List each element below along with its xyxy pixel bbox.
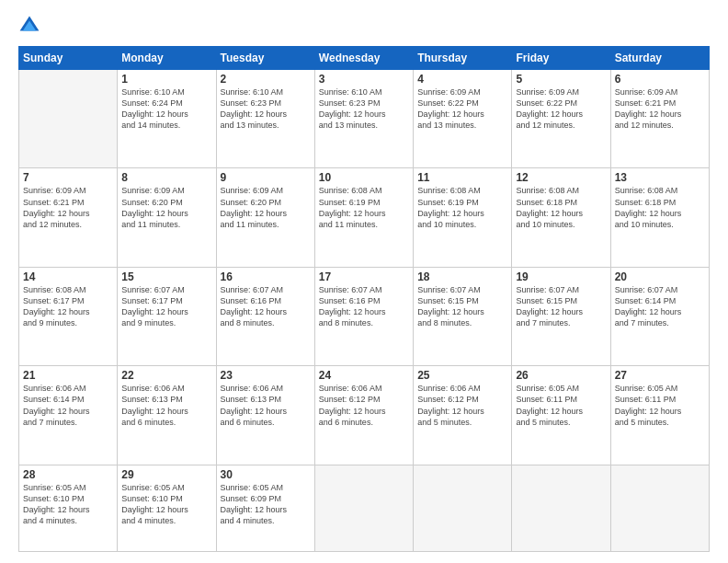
day-number: 19 — [516, 270, 606, 283]
calendar-body: 1Sunrise: 6:10 AM Sunset: 6:24 PM Daylig… — [19, 70, 710, 552]
calendar-cell: 28Sunrise: 6:05 AM Sunset: 6:10 PM Dayli… — [19, 465, 118, 551]
day-number: 3 — [319, 73, 409, 86]
calendar-cell: 8Sunrise: 6:09 AM Sunset: 6:20 PM Daylig… — [118, 168, 216, 267]
calendar-cell: 30Sunrise: 6:05 AM Sunset: 6:09 PM Dayli… — [216, 465, 314, 551]
calendar-day-header: Wednesday — [314, 47, 413, 70]
day-info: Sunrise: 6:06 AM Sunset: 6:12 PM Dayligh… — [319, 383, 409, 428]
calendar-day-header: Friday — [512, 47, 610, 70]
logo — [18, 15, 44, 37]
day-info: Sunrise: 6:07 AM Sunset: 6:15 PM Dayligh… — [417, 284, 507, 329]
day-number: 6 — [615, 73, 705, 86]
day-info: Sunrise: 6:05 AM Sunset: 6:10 PM Dayligh… — [121, 482, 211, 527]
calendar: SundayMondayTuesdayWednesdayThursdayFrid… — [18, 46, 710, 552]
calendar-day-header: Tuesday — [216, 47, 314, 70]
calendar-week-row: 7Sunrise: 6:09 AM Sunset: 6:21 PM Daylig… — [19, 168, 710, 267]
calendar-cell: 17Sunrise: 6:07 AM Sunset: 6:16 PM Dayli… — [314, 267, 413, 365]
day-number: 5 — [516, 73, 606, 86]
day-info: Sunrise: 6:05 AM Sunset: 6:09 PM Dayligh… — [221, 482, 311, 527]
day-number: 14 — [23, 270, 113, 283]
calendar-cell — [19, 70, 118, 168]
calendar-cell: 11Sunrise: 6:08 AM Sunset: 6:19 PM Dayli… — [414, 168, 512, 267]
calendar-cell: 12Sunrise: 6:08 AM Sunset: 6:18 PM Dayli… — [512, 168, 610, 267]
calendar-cell: 7Sunrise: 6:09 AM Sunset: 6:21 PM Daylig… — [19, 168, 118, 267]
day-number: 4 — [417, 73, 507, 86]
calendar-day-header: Thursday — [414, 47, 512, 70]
day-info: Sunrise: 6:05 AM Sunset: 6:11 PM Dayligh… — [615, 383, 705, 428]
calendar-week-row: 1Sunrise: 6:10 AM Sunset: 6:24 PM Daylig… — [19, 70, 710, 168]
calendar-day-header: Saturday — [610, 47, 709, 70]
day-number: 10 — [319, 171, 409, 184]
calendar-cell: 2Sunrise: 6:10 AM Sunset: 6:23 PM Daylig… — [216, 70, 314, 168]
day-info: Sunrise: 6:09 AM Sunset: 6:20 PM Dayligh… — [121, 185, 211, 230]
calendar-cell — [314, 465, 413, 551]
day-number: 25 — [417, 369, 507, 382]
day-number: 17 — [319, 270, 409, 283]
calendar-cell: 3Sunrise: 6:10 AM Sunset: 6:23 PM Daylig… — [314, 70, 413, 168]
day-number: 11 — [417, 171, 507, 184]
day-number: 30 — [221, 468, 311, 481]
calendar-cell: 1Sunrise: 6:10 AM Sunset: 6:24 PM Daylig… — [118, 70, 216, 168]
day-number: 27 — [615, 369, 705, 382]
calendar-cell: 21Sunrise: 6:06 AM Sunset: 6:14 PM Dayli… — [19, 366, 118, 465]
day-number: 7 — [23, 171, 113, 184]
day-info: Sunrise: 6:09 AM Sunset: 6:21 PM Dayligh… — [23, 185, 113, 230]
calendar-cell: 26Sunrise: 6:05 AM Sunset: 6:11 PM Dayli… — [512, 366, 610, 465]
day-info: Sunrise: 6:09 AM Sunset: 6:20 PM Dayligh… — [221, 185, 311, 230]
day-number: 2 — [221, 73, 311, 86]
day-number: 23 — [221, 369, 311, 382]
day-info: Sunrise: 6:06 AM Sunset: 6:12 PM Dayligh… — [417, 383, 507, 428]
day-number: 8 — [121, 171, 211, 184]
calendar-cell — [610, 465, 709, 551]
calendar-cell: 4Sunrise: 6:09 AM Sunset: 6:22 PM Daylig… — [414, 70, 512, 168]
logo-icon — [18, 15, 40, 37]
day-info: Sunrise: 6:08 AM Sunset: 6:19 PM Dayligh… — [319, 185, 409, 230]
day-info: Sunrise: 6:06 AM Sunset: 6:14 PM Dayligh… — [23, 383, 113, 428]
day-number: 22 — [121, 369, 211, 382]
day-info: Sunrise: 6:05 AM Sunset: 6:11 PM Dayligh… — [516, 383, 606, 428]
calendar-cell: 14Sunrise: 6:08 AM Sunset: 6:17 PM Dayli… — [19, 267, 118, 365]
day-info: Sunrise: 6:10 AM Sunset: 6:23 PM Dayligh… — [221, 86, 311, 132]
calendar-day-header: Monday — [118, 47, 216, 70]
day-info: Sunrise: 6:08 AM Sunset: 6:18 PM Dayligh… — [615, 185, 705, 230]
day-number: 16 — [221, 270, 311, 283]
day-number: 28 — [23, 468, 113, 481]
calendar-cell: 10Sunrise: 6:08 AM Sunset: 6:19 PM Dayli… — [314, 168, 413, 267]
calendar-cell: 18Sunrise: 6:07 AM Sunset: 6:15 PM Dayli… — [414, 267, 512, 365]
day-number: 26 — [516, 369, 606, 382]
day-info: Sunrise: 6:08 AM Sunset: 6:18 PM Dayligh… — [516, 185, 606, 230]
calendar-cell: 6Sunrise: 6:09 AM Sunset: 6:21 PM Daylig… — [610, 70, 709, 168]
day-number: 24 — [319, 369, 409, 382]
day-number: 18 — [417, 270, 507, 283]
day-info: Sunrise: 6:07 AM Sunset: 6:14 PM Dayligh… — [615, 284, 705, 329]
day-info: Sunrise: 6:09 AM Sunset: 6:22 PM Dayligh… — [417, 86, 507, 132]
header — [18, 15, 710, 37]
day-info: Sunrise: 6:05 AM Sunset: 6:10 PM Dayligh… — [23, 482, 113, 527]
calendar-cell: 16Sunrise: 6:07 AM Sunset: 6:16 PM Dayli… — [216, 267, 314, 365]
day-info: Sunrise: 6:10 AM Sunset: 6:23 PM Dayligh… — [319, 86, 409, 132]
calendar-cell: 29Sunrise: 6:05 AM Sunset: 6:10 PM Dayli… — [118, 465, 216, 551]
calendar-week-row: 21Sunrise: 6:06 AM Sunset: 6:14 PM Dayli… — [19, 366, 710, 465]
day-info: Sunrise: 6:06 AM Sunset: 6:13 PM Dayligh… — [121, 383, 211, 428]
calendar-cell — [414, 465, 512, 551]
calendar-cell: 5Sunrise: 6:09 AM Sunset: 6:22 PM Daylig… — [512, 70, 610, 168]
calendar-cell: 24Sunrise: 6:06 AM Sunset: 6:12 PM Dayli… — [314, 366, 413, 465]
calendar-cell: 15Sunrise: 6:07 AM Sunset: 6:17 PM Dayli… — [118, 267, 216, 365]
calendar-week-row: 28Sunrise: 6:05 AM Sunset: 6:10 PM Dayli… — [19, 465, 710, 551]
calendar-header-row: SundayMondayTuesdayWednesdayThursdayFrid… — [19, 47, 710, 70]
day-info: Sunrise: 6:09 AM Sunset: 6:22 PM Dayligh… — [516, 86, 606, 132]
day-info: Sunrise: 6:10 AM Sunset: 6:24 PM Dayligh… — [121, 86, 211, 132]
day-info: Sunrise: 6:07 AM Sunset: 6:17 PM Dayligh… — [121, 284, 211, 329]
day-info: Sunrise: 6:06 AM Sunset: 6:13 PM Dayligh… — [221, 383, 311, 428]
calendar-day-header: Sunday — [19, 47, 118, 70]
calendar-cell: 23Sunrise: 6:06 AM Sunset: 6:13 PM Dayli… — [216, 366, 314, 465]
calendar-cell: 22Sunrise: 6:06 AM Sunset: 6:13 PM Dayli… — [118, 366, 216, 465]
day-info: Sunrise: 6:09 AM Sunset: 6:21 PM Dayligh… — [615, 86, 705, 132]
day-number: 13 — [615, 171, 705, 184]
day-info: Sunrise: 6:07 AM Sunset: 6:16 PM Dayligh… — [319, 284, 409, 329]
day-number: 9 — [221, 171, 311, 184]
calendar-cell: 20Sunrise: 6:07 AM Sunset: 6:14 PM Dayli… — [610, 267, 709, 365]
calendar-cell: 27Sunrise: 6:05 AM Sunset: 6:11 PM Dayli… — [610, 366, 709, 465]
calendar-cell: 19Sunrise: 6:07 AM Sunset: 6:15 PM Dayli… — [512, 267, 610, 365]
day-info: Sunrise: 6:07 AM Sunset: 6:16 PM Dayligh… — [221, 284, 311, 329]
calendar-cell: 9Sunrise: 6:09 AM Sunset: 6:20 PM Daylig… — [216, 168, 314, 267]
